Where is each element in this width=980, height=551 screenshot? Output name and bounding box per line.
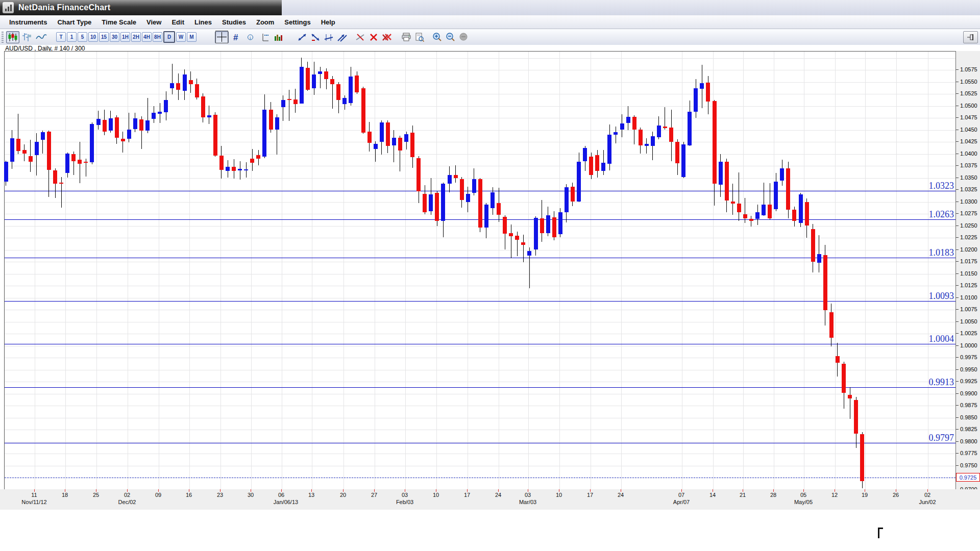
- timeframe-button-1h[interactable]: 1H: [120, 32, 130, 42]
- candle-body[interactable]: [472, 179, 476, 192]
- candle-body[interactable]: [620, 123, 624, 130]
- candle-body[interactable]: [380, 122, 384, 142]
- candle-body[interactable]: [719, 162, 723, 184]
- candle-body[interactable]: [675, 142, 679, 163]
- timeframe-button-m[interactable]: M: [187, 32, 197, 42]
- annotation-button[interactable]: [259, 31, 272, 43]
- trendline-up-tool[interactable]: [296, 31, 308, 43]
- candle-body[interactable]: [4, 162, 8, 182]
- zoom-reset-button[interactable]: [457, 31, 470, 43]
- candle-body[interactable]: [478, 179, 482, 228]
- candle-body[interactable]: [768, 205, 772, 218]
- candle-body[interactable]: [817, 254, 821, 263]
- candle-body[interactable]: [127, 130, 131, 139]
- candle-body[interactable]: [78, 160, 82, 164]
- candle-body[interactable]: [336, 84, 340, 100]
- candle-body[interactable]: [441, 184, 445, 221]
- candle-body[interactable]: [170, 83, 174, 88]
- timeframe-button-2h[interactable]: 2H: [131, 32, 141, 42]
- candle-body[interactable]: [195, 84, 199, 97]
- candle-body[interactable]: [355, 76, 359, 92]
- support-line[interactable]: [5, 301, 955, 302]
- candle-body[interactable]: [460, 179, 464, 199]
- support-line[interactable]: [5, 387, 955, 388]
- candle-body[interactable]: [540, 218, 544, 233]
- candle-body[interactable]: [423, 194, 427, 213]
- timeframe-button-t[interactable]: T: [56, 32, 66, 42]
- candle-body[interactable]: [774, 182, 778, 209]
- candle-body[interactable]: [589, 157, 593, 175]
- line-chart-button[interactable]: [35, 31, 48, 43]
- candle-body[interactable]: [275, 117, 279, 130]
- candle-body[interactable]: [515, 236, 519, 240]
- candle-body[interactable]: [330, 79, 334, 84]
- menu-item-settings[interactable]: Settings: [279, 17, 315, 28]
- timeframe-button-5[interactable]: 5: [78, 32, 87, 42]
- candle-body[interactable]: [324, 71, 328, 79]
- candle-body[interactable]: [65, 154, 69, 173]
- candle-body[interactable]: [558, 212, 562, 234]
- candle-body[interactable]: [657, 126, 661, 137]
- menu-item-instruments[interactable]: Instruments: [4, 17, 52, 28]
- candle-body[interactable]: [213, 115, 217, 156]
- candle-body[interactable]: [183, 74, 187, 91]
- candle-body[interactable]: [713, 101, 717, 184]
- candle-body[interactable]: [238, 169, 242, 171]
- candle-body[interactable]: [84, 162, 88, 163]
- support-line[interactable]: [5, 344, 955, 344]
- candle-body[interactable]: [491, 192, 495, 208]
- timeframe-button-w[interactable]: W: [176, 32, 186, 42]
- candle-body[interactable]: [219, 156, 224, 170]
- candle-body[interactable]: [226, 167, 230, 171]
- zoom-in-button[interactable]: [431, 31, 443, 43]
- candle-body[interactable]: [762, 205, 766, 215]
- candle-body[interactable]: [47, 132, 51, 169]
- candle-body[interactable]: [250, 159, 254, 163]
- candle-body[interactable]: [300, 67, 304, 103]
- candle-body[interactable]: [601, 163, 605, 171]
- candle-body[interactable]: [823, 255, 827, 310]
- candle-body[interactable]: [22, 150, 27, 154]
- candle-body[interactable]: [799, 194, 803, 222]
- candle-body[interactable]: [565, 187, 569, 212]
- print-button[interactable]: [400, 31, 412, 43]
- candle-body[interactable]: [368, 132, 372, 143]
- candle-body[interactable]: [700, 83, 704, 88]
- candle-body[interactable]: [416, 158, 421, 191]
- grid-button[interactable]: #: [231, 31, 243, 43]
- candle-body[interactable]: [829, 312, 834, 338]
- menu-item-time-scale[interactable]: Time Scale: [96, 17, 141, 28]
- candle-body[interactable]: [614, 132, 618, 135]
- candle-body[interactable]: [121, 139, 125, 141]
- pin-button[interactable]: [963, 31, 978, 43]
- candle-body[interactable]: [780, 168, 784, 181]
- candle-body[interactable]: [342, 98, 347, 104]
- candle-body[interactable]: [448, 175, 452, 184]
- zoom-out-button[interactable]: [444, 31, 456, 43]
- delete-button[interactable]: [368, 31, 380, 43]
- menu-item-lines[interactable]: Lines: [189, 17, 217, 28]
- candle-body[interactable]: [503, 217, 507, 234]
- candle-body[interactable]: [349, 77, 353, 103]
- candle-body[interactable]: [96, 119, 101, 125]
- candle-body[interactable]: [201, 96, 205, 117]
- candle-body[interactable]: [725, 162, 729, 200]
- candle-body[interactable]: [41, 132, 45, 140]
- candle-body[interactable]: [269, 110, 273, 130]
- trendline-down-tool[interactable]: [309, 31, 322, 43]
- candle-body[interactable]: [306, 68, 310, 90]
- candle-body[interactable]: [392, 138, 396, 145]
- delete-all-button[interactable]: [381, 31, 393, 43]
- candle-body[interactable]: [133, 118, 137, 129]
- toolbar-grip[interactable]: [2, 32, 4, 43]
- title-bar[interactable]: NetDania FinanceChart: [0, 0, 282, 15]
- timeframe-button-15[interactable]: 15: [99, 32, 109, 42]
- candle-body[interactable]: [749, 219, 753, 221]
- candle-body[interactable]: [398, 138, 402, 151]
- candle-body[interactable]: [35, 142, 39, 155]
- candle-body[interactable]: [10, 138, 14, 162]
- candle-body[interactable]: [207, 115, 211, 117]
- candle-body[interactable]: [811, 229, 815, 262]
- support-line[interactable]: [5, 443, 955, 443]
- candle-body[interactable]: [786, 168, 790, 210]
